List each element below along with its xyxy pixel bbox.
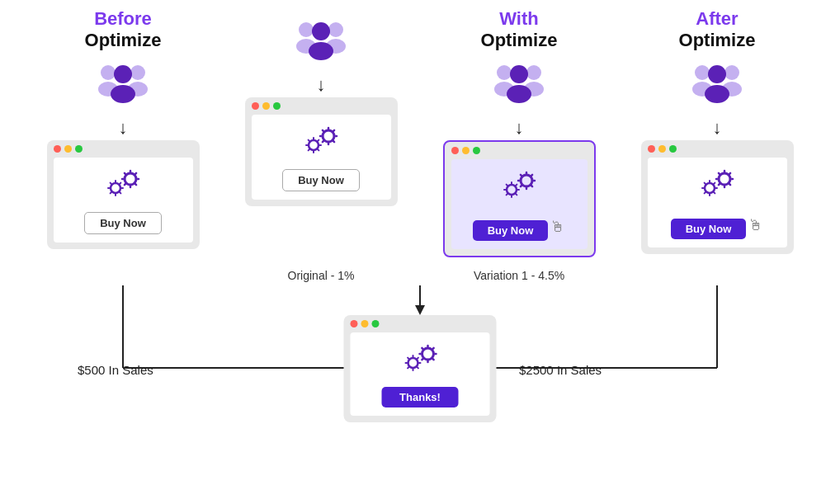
people-icon-after [691, 59, 743, 111]
dot-red-4 [648, 145, 655, 153]
main-container: Before Optimize ↓ [0, 0, 840, 504]
browser-with-variation: Buy Now 🖱 [443, 140, 596, 257]
browser-with-original: Buy Now [245, 97, 398, 206]
title-variation-black: Optimize [481, 30, 558, 51]
header-with-variation: With Optimize [481, 8, 558, 51]
variation-label-text: Variation 1 - 4.5% [474, 269, 564, 282]
svg-point-13 [309, 42, 333, 60]
svg-point-16 [497, 65, 512, 80]
dot-red-2 [252, 102, 259, 110]
title-variation-purple: With [481, 8, 558, 30]
top-section: Before Optimize ↓ [0, 0, 840, 257]
browser-content-with-original: Buy Now [252, 115, 391, 200]
dot-green-4 [669, 145, 677, 153]
label-before [24, 264, 222, 282]
title-after-black: Optimize [679, 30, 756, 51]
gear-icon-with-original [299, 123, 343, 163]
svg-point-5 [111, 85, 135, 103]
browser-after: Buy Now 🖱 [641, 140, 794, 254]
dot-green-thanks [372, 320, 380, 327]
thanks-button[interactable]: Thanks! [381, 387, 459, 407]
buy-now-button-with-original[interactable]: Buy Now [282, 169, 360, 191]
arrow-after: ↓ [713, 119, 722, 137]
svg-point-28 [708, 65, 726, 83]
gear-icon-with-variation [497, 167, 541, 207]
browser-content-before: Buy Now [54, 158, 193, 243]
svg-text:$2500 In Sales: $2500 In Sales [519, 363, 602, 377]
people-icon-with-original [295, 16, 347, 68]
dot-red-thanks [351, 320, 358, 327]
buy-now-button-before[interactable]: Buy Now [84, 212, 162, 234]
browser-dots-with-variation [451, 147, 588, 154]
svg-point-2 [130, 65, 145, 80]
browser-content-after: Buy Now 🖱 [648, 158, 787, 247]
browser-dots-with-original [252, 102, 391, 110]
label-variation: Variation 1 - 4.5% [420, 264, 618, 282]
people-icon-before [97, 59, 149, 111]
title-before-purple: Before [85, 8, 162, 30]
arrow-before: ↓ [119, 119, 128, 137]
dot-yellow-3 [462, 147, 470, 154]
dot-yellow [64, 145, 72, 153]
svg-point-20 [510, 65, 528, 83]
dot-yellow-thanks [361, 320, 369, 327]
dot-green-2 [273, 102, 281, 110]
browser-content-with-variation: Buy Now 🖱 [451, 159, 588, 249]
svg-point-21 [507, 85, 531, 103]
svg-point-18 [526, 65, 541, 80]
svg-point-26 [724, 65, 739, 80]
dot-red [54, 145, 61, 153]
svg-point-24 [695, 65, 710, 80]
browser-dots-before [54, 145, 193, 153]
gear-icon-thanks [398, 341, 442, 380]
browser-dots-thanks [351, 320, 490, 327]
label-after [618, 264, 816, 282]
header-before: Before Optimize [85, 8, 162, 51]
cursor-icon-variation: 🖱 [550, 219, 565, 236]
title-before-black: Optimize [85, 30, 162, 51]
column-with-original: ↓ [222, 8, 420, 206]
svg-point-8 [299, 22, 314, 37]
thanks-card: Thanks! [344, 315, 497, 422]
svg-marker-42 [415, 305, 425, 315]
column-before: Before Optimize ↓ [24, 8, 222, 249]
column-after: After Optimize ↓ [618, 8, 816, 254]
dot-red-3 [451, 147, 459, 154]
browser-thanks: Thanks! [344, 315, 497, 422]
header-after: After Optimize [679, 8, 756, 51]
column-with-variation: With Optimize ↓ [420, 8, 618, 257]
cursor-icon-after: 🖱 [748, 217, 763, 234]
svg-point-10 [328, 22, 343, 37]
title-after-purple: After [679, 8, 756, 30]
dot-green-3 [473, 147, 480, 154]
browser-dots-after [648, 145, 787, 153]
gear-icon-before [101, 166, 145, 205]
browser-before: Buy Now [47, 140, 200, 249]
dot-yellow-2 [262, 102, 270, 110]
original-label-text: Original - 1% [288, 269, 355, 282]
bottom-diagram: $500 In Sales $2500 In Sales [24, 285, 816, 450]
svg-point-29 [705, 85, 729, 103]
label-row: Original - 1% Variation 1 - 4.5% [0, 264, 840, 282]
buy-now-button-variation[interactable]: Buy Now [473, 220, 549, 241]
browser-content-thanks: Thanks! [351, 332, 490, 416]
svg-point-4 [114, 65, 132, 83]
arrow-with-variation: ↓ [515, 119, 524, 137]
dot-green [75, 145, 83, 153]
svg-text:$500 In Sales: $500 In Sales [78, 363, 153, 377]
gear-icon-after [695, 166, 739, 205]
buy-now-button-after[interactable]: Buy Now [671, 219, 747, 239]
svg-point-0 [101, 65, 116, 80]
dot-yellow-4 [658, 145, 666, 153]
svg-point-12 [312, 22, 330, 40]
label-original: Original - 1% [222, 264, 420, 282]
people-icon-with-variation [493, 59, 545, 111]
arrow-with-original: ↓ [317, 76, 326, 94]
